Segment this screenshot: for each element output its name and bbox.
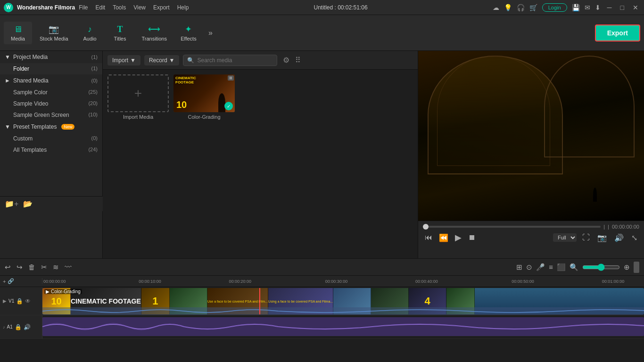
time-ruler[interactable]: 00:00:00:00 00:00:10:00 00:00:20:00 00:0… (42, 276, 644, 287)
time-marker-left: | (603, 224, 605, 230)
download-icon[interactable]: ⬇ (595, 4, 601, 11)
import-button[interactable]: Import ▼ (107, 55, 140, 66)
project-media-label: Project Media (13, 54, 48, 60)
effects-label: Effects (181, 36, 196, 41)
volume-icon[interactable]: 🔊 (612, 233, 626, 242)
link-button[interactable]: 🔗 (8, 278, 14, 284)
toolbar-more-button[interactable]: » (205, 29, 216, 37)
progress-track[interactable] (423, 226, 601, 228)
shared-media-arrow: ► (5, 77, 10, 84)
motion-button[interactable]: ⬛ (557, 263, 566, 272)
audio-label: Audio (83, 36, 96, 41)
headset-icon[interactable]: 🎧 (517, 4, 525, 11)
import-dropdown-arrow: ▼ (130, 57, 136, 64)
menu-edit[interactable]: Edit (95, 4, 105, 11)
delete-button[interactable]: 🗑 (28, 263, 35, 271)
titles-label: Titles (114, 36, 126, 41)
menu-export[interactable]: Export (153, 4, 170, 11)
minimize-button[interactable]: ─ (605, 4, 614, 11)
filter-icon[interactable]: ⚙ (283, 56, 289, 65)
panel-bottom-actions: 📁+ 📂 (0, 196, 103, 211)
zoom-in-icon[interactable]: 🔍 (570, 263, 578, 272)
mic-button[interactable]: 🎤 (536, 263, 545, 272)
magnet-button[interactable]: ⊙ (526, 263, 532, 272)
sidebar-item-folder[interactable]: Folder (1) (0, 63, 102, 74)
close-button[interactable]: ✕ (631, 4, 640, 11)
selected-check: ✓ (224, 102, 233, 110)
mute-button[interactable]: 🔊 (24, 324, 31, 330)
section-project-media[interactable]: ▼ Project Media (1) (0, 51, 102, 63)
import-folder-icon[interactable]: 📂 (23, 199, 33, 208)
undo-button[interactable]: ↩ (5, 263, 11, 272)
cart-icon[interactable]: 🛒 (529, 4, 537, 11)
crop-icon[interactable]: ⤡ (629, 233, 639, 242)
plus-icon: + (134, 86, 142, 101)
menu-view[interactable]: View (133, 4, 146, 11)
cut-button[interactable]: ✂ (41, 263, 47, 272)
progress-bar-row: | | 00:00:00:00 (423, 224, 639, 230)
audio-track-content[interactable] (42, 315, 644, 338)
frame-back-button[interactable]: ⏪ (437, 233, 450, 242)
video-track-label: ▶ V1 🔒 👁 (0, 287, 42, 315)
sidebar-item-sample-video[interactable]: Sample Video (20) (0, 98, 102, 109)
step-back-button[interactable]: ⏮ (423, 233, 434, 242)
titlebar: W Wondershare Filmora File Edit Tools Vi… (0, 0, 644, 15)
save-icon[interactable]: 💾 (572, 4, 580, 11)
tool-transitions[interactable]: ⟷ Transitions (136, 21, 173, 44)
sidebar-item-sample-color[interactable]: Sample Color (25) (0, 87, 102, 98)
screenshot-icon[interactable]: 📷 (595, 233, 609, 242)
maximize-button[interactable]: □ (619, 4, 626, 11)
zoom-out-icon[interactable]: ⊕ (624, 263, 630, 272)
snap-button[interactable]: ⊞ (516, 263, 522, 272)
tool-stock-media[interactable]: 📷 Stock Media (34, 21, 74, 44)
titlebar-menu: File Edit Tools View Export Help (79, 4, 189, 11)
lock-audio-button[interactable]: 🔒 (15, 324, 22, 330)
sidebar-item-sample-green-screen[interactable]: Sample Green Screen (10) (0, 109, 102, 121)
bulb-icon[interactable]: 💡 (504, 4, 512, 11)
export-button[interactable]: Export (595, 25, 640, 41)
section-preset-templates[interactable]: ▼ Preset Templates New (0, 121, 102, 133)
play-button[interactable]: ▶ (453, 232, 463, 243)
add-folder-icon[interactable]: 📁+ (5, 199, 18, 208)
menu-file[interactable]: File (79, 4, 88, 11)
tool-audio[interactable]: ♪ Audio (76, 22, 104, 44)
progress-dot[interactable] (423, 224, 429, 230)
color-grading-item[interactable]: CINEMATICFOOTAGE 10 ⊞ ✓ Color-Grading (173, 74, 235, 120)
stop-button[interactable]: ⏹ (466, 233, 478, 242)
effects-icon: ✦ (185, 24, 192, 34)
quality-select[interactable]: Full 1/2 1/4 (553, 233, 577, 242)
narration-button[interactable]: ≡ (549, 263, 553, 271)
audio-levels-button[interactable]: ≋ (53, 263, 59, 272)
tool-effects[interactable]: ✦ Effects (174, 21, 203, 44)
video-track-content[interactable]: ▶ Color-Grading 10 CINEMATIC FOOTAGE 1 (42, 287, 644, 315)
tool-media[interactable]: 🖥 Media (4, 22, 32, 44)
record-dropdown-arrow: ▼ (169, 57, 175, 64)
import-media-item[interactable]: + Import Media (107, 74, 169, 120)
grid-icon[interactable]: ⠿ (295, 56, 301, 65)
section-shared-media[interactable]: ► Shared Media (0) (0, 74, 102, 87)
preview-video: 10 (418, 51, 644, 221)
record-button[interactable]: Record ▼ (144, 55, 180, 66)
mail-icon[interactable]: ✉ (585, 4, 590, 11)
sidebar-item-all-templates[interactable]: All Templates (24) (0, 144, 102, 156)
login-button[interactable]: Login (542, 3, 567, 12)
search-input[interactable] (197, 57, 273, 64)
redo-button[interactable]: ↪ (17, 263, 23, 272)
import-label: Import (112, 57, 128, 64)
search-box: 🔍 (183, 55, 277, 66)
tool-titles[interactable]: T Titles (106, 22, 134, 44)
fullscreen-icon[interactable]: ⛶ (580, 233, 592, 242)
media-toolbar: Import ▼ Record ▼ 🔍 ⚙ ⠿ (103, 51, 418, 70)
eye-button[interactable]: 👁 (25, 298, 31, 304)
media-icon: 🖥 (14, 25, 22, 34)
menu-help[interactable]: Help (177, 4, 189, 11)
timeline-resize-handle[interactable] (634, 262, 639, 273)
lock-track-button[interactable]: 🔒 (16, 298, 23, 304)
menu-tools[interactable]: Tools (113, 4, 126, 11)
preset-templates-arrow: ▼ (5, 123, 10, 130)
sidebar-item-custom[interactable]: Custom (0) (0, 133, 102, 144)
cloud-icon[interactable]: ☁ (493, 4, 499, 11)
zoom-slider[interactable] (582, 263, 620, 271)
add-track-button[interactable]: + (3, 278, 6, 284)
waveform-button[interactable]: 〰 (65, 263, 72, 271)
